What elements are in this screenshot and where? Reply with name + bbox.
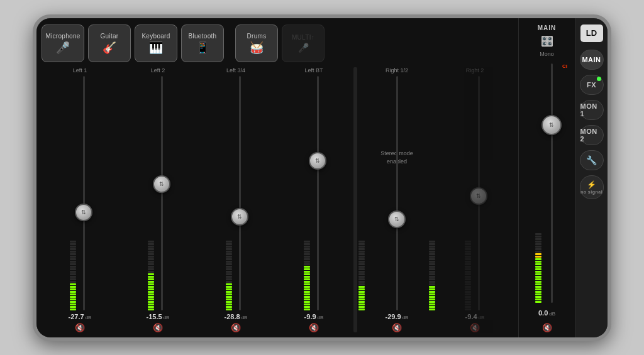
channel-btn-bluetooth[interactable]: Bluetooth 📱 [181, 25, 224, 62]
fader-rail-left2[interactable] [155, 76, 168, 310]
fader-track-left34 [197, 76, 274, 310]
sidebar-btn-mon2[interactable]: MON 2 [580, 125, 604, 145]
fx-active-dot [597, 77, 601, 81]
channel-btn-drums-icon: 🥁 [250, 42, 264, 53]
fader-label-leftbt: Left BT [304, 67, 323, 74]
fader-knob-left34[interactable] [231, 208, 248, 226]
fader-stereo-area: Stereo modeenabled [366, 76, 428, 310]
vu-meter-left1 [70, 76, 76, 310]
fader-value-row-right12: -29.9 dB [386, 313, 409, 320]
channel-btn-microphone-label: Microphone [45, 33, 80, 40]
channel-btn-guitar-icon: 🎸 [103, 42, 116, 53]
fader-value-main: 0.0 [538, 309, 548, 317]
fader-label-right2: Right 2 [466, 67, 484, 74]
main-fader-area: Cl [523, 63, 571, 303]
sidebar: LD MAIN FX MON 1 MON 2 🔧 ⚡ no signal [575, 18, 608, 337]
vu-meter-left2 [148, 76, 154, 310]
channel-btn-keyboard-label: Keyboard [142, 33, 170, 40]
fader-db-right12: dB [402, 315, 409, 320]
vu-meter-leftbt [304, 76, 310, 310]
mute-btn-leftbt[interactable]: 🔇 [309, 323, 319, 332]
channel-btn-guitar[interactable]: Guitar 🎸 [88, 25, 131, 62]
right-panel: MAIN 🎛️ Mono Cl 0.0 dB 🔇 [518, 18, 575, 337]
channel-btn-multi-label: MULTI↑ [292, 34, 314, 41]
vu-meter-right12 [358, 76, 365, 310]
wrench-icon: 🔧 [586, 155, 597, 165]
channel-btn-keyboard[interactable]: Keyboard 🎹 [135, 25, 177, 62]
fader-knob-leftbt[interactable] [309, 152, 326, 170]
fader-value-right2: -9.4 [465, 313, 477, 320]
mute-btn-left2[interactable]: 🔇 [153, 323, 163, 332]
mute-btn-left1[interactable]: 🔇 [75, 323, 85, 332]
fader-value-leftbt: -9.9 [304, 313, 316, 320]
main-out-title: MAIN [538, 25, 557, 31]
channel-btn-drums[interactable]: Drums 🥁 [235, 25, 278, 62]
fader-rail-left34[interactable] [233, 76, 246, 310]
fader-db-leftbt: dB [318, 315, 324, 320]
main-area: Microphone 🎤 Guitar 🎸 Keyboard 🎹 Bluetoo… [36, 18, 518, 337]
fader-rail-left1[interactable] [77, 76, 90, 310]
sidebar-btn-fx[interactable]: FX [580, 75, 604, 95]
fader-knob-left1[interactable] [75, 204, 92, 221]
fader-db-left34: dB [242, 315, 248, 320]
fader-value-left1: -27.7 [69, 313, 84, 320]
fader-value-left34: -28.8 [225, 313, 240, 320]
fader-col-left34: Left 3/4 -28.8 dB 🔇 [197, 67, 274, 332]
channel-btn-bluetooth-icon: 📱 [196, 42, 209, 53]
channel-btn-bluetooth-label: Bluetooth [189, 33, 217, 40]
mute-btn-right2[interactable]: 🔇 [470, 323, 480, 332]
mute-btn-main[interactable]: 🔇 [542, 323, 552, 332]
vu-meter-main [535, 63, 543, 303]
fader-track-right2 [436, 76, 513, 310]
sidebar-btn-main[interactable]: MAIN [580, 50, 604, 70]
sidebar-btn-signal[interactable]: ⚡ no signal [580, 175, 604, 199]
fader-knob-main[interactable] [541, 115, 562, 135]
fader-col-left1: Left 1 -27.7 dB 🔇 [42, 67, 118, 332]
fader-db-right2: dB [479, 315, 485, 320]
fader-db-main: dB [549, 311, 555, 317]
vu-meter-left34 [226, 76, 232, 310]
device-frame: Microphone 🎤 Guitar 🎸 Keyboard 🎹 Bluetoo… [33, 14, 611, 341]
channel-btn-microphone[interactable]: Microphone 🎤 [42, 25, 84, 62]
vu-meter-right12b [429, 76, 435, 310]
clip-indicator: Cl [562, 63, 567, 69]
fx-label: FX [587, 81, 596, 89]
fader-rail-right12[interactable] [391, 76, 403, 310]
sidebar-btn-mon1[interactable]: MON 1 [580, 100, 604, 120]
fader-col-left2: Left 2 -15.5 dB 🔇 [119, 67, 196, 332]
fader-label-left2: Left 2 [151, 67, 165, 74]
fader-value-row-leftbt: -9.9 dB [304, 313, 324, 320]
fader-knob-right12[interactable] [388, 210, 406, 228]
mute-btn-right12[interactable]: 🔇 [392, 323, 402, 332]
fader-rail-right2[interactable] [472, 76, 485, 310]
fader-track-left1 [42, 76, 118, 310]
fader-value-row-left2: -15.5 dB [147, 313, 170, 320]
fader-label-left1: Left 1 [73, 67, 87, 74]
fader-label-right12: Right 1/2 [386, 67, 408, 74]
no-signal-label: no signal [580, 190, 602, 194]
channel-btn-multi-icon: 🎤 [298, 43, 309, 52]
settings-icon[interactable]: 🎛️ [541, 35, 553, 47]
channel-btn-microphone-icon: 🎤 [56, 42, 70, 53]
fader-rail-leftbt[interactable] [311, 76, 324, 310]
fader-label-left34: Left 3/4 [226, 67, 245, 74]
channel-btn-keyboard-icon: 🎹 [149, 42, 163, 53]
fader-value-row-left1: -27.7 dB [69, 313, 92, 320]
channel-btn-multi[interactable]: MULTI↑ 🎤 [282, 25, 325, 62]
fader-rail-main[interactable] [545, 63, 558, 303]
fader-value-row-main: 0.0 dB [538, 309, 555, 317]
fader-value-left2: -15.5 [147, 313, 162, 320]
fader-track-left2 [119, 76, 196, 310]
fader-col-right2: Right 2 -9.4 dB 🔇 [436, 67, 513, 332]
fader-value-right12: -29.9 [386, 313, 401, 320]
fader-knob-right2[interactable] [470, 187, 487, 205]
channel-btn-drums-label: Drums [247, 33, 267, 40]
fader-label-mono: Mono [540, 51, 554, 57]
sidebar-btn-settings[interactable]: 🔧 [580, 150, 604, 170]
channel-buttons-row: Microphone 🎤 Guitar 🎸 Keyboard 🎹 Bluetoo… [42, 25, 513, 62]
fader-track-leftbt [275, 76, 352, 310]
fader-col-right12: Right 1/2 Stereo modeenabled -29.9 [358, 67, 435, 332]
fader-knob-left2[interactable] [153, 175, 170, 193]
channel-divider [353, 67, 357, 332]
mute-btn-left34[interactable]: 🔇 [231, 323, 241, 332]
